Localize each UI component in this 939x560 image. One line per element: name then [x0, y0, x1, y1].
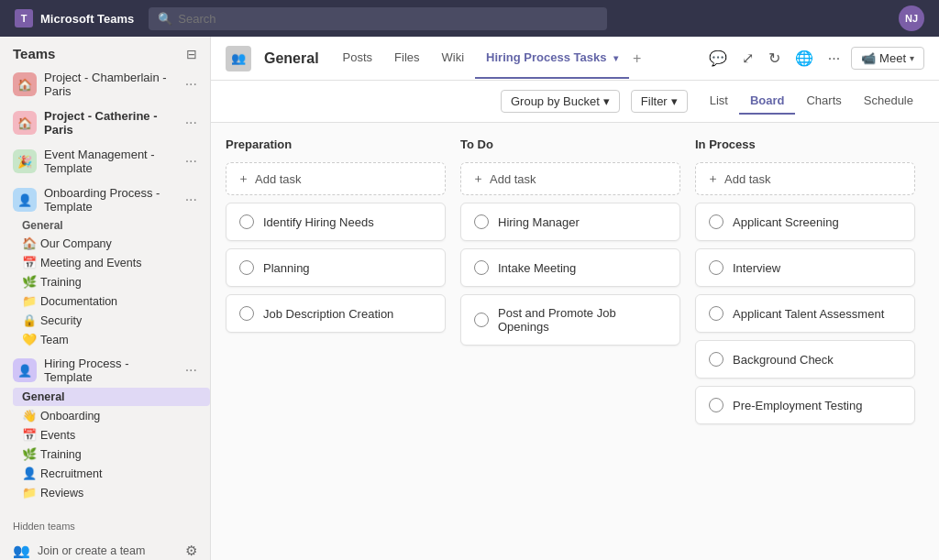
- chevron-down-icon: ▾: [603, 94, 610, 108]
- tab-board[interactable]: Board: [739, 88, 796, 115]
- task-label: Hiring Manager: [498, 215, 580, 229]
- search-bar[interactable]: 🔍: [149, 7, 607, 30]
- search-input[interactable]: [178, 12, 598, 26]
- task-checkbox[interactable]: [474, 260, 489, 275]
- more-icon[interactable]: ···: [185, 192, 197, 208]
- settings-icon[interactable]: ⚙: [185, 543, 197, 559]
- sidebar-item-general[interactable]: General: [13, 388, 210, 406]
- group-by-bucket-button[interactable]: Group by Bucket ▾: [501, 90, 620, 113]
- task-card[interactable]: Identify Hiring Needs: [226, 203, 446, 241]
- team-name: Hiring Process - Template: [44, 357, 178, 384]
- task-checkbox[interactable]: [239, 306, 254, 321]
- task-card[interactable]: Hiring Manager: [460, 203, 680, 241]
- task-card[interactable]: Interview: [695, 248, 915, 287]
- refresh-icon[interactable]: ↻: [765, 46, 784, 71]
- sidebar-item-training[interactable]: 🌿Training: [13, 272, 210, 291]
- task-checkbox[interactable]: [709, 306, 724, 321]
- sidebar-item-training[interactable]: 🌿Training: [13, 445, 210, 464]
- more-icon[interactable]: ···: [185, 153, 197, 170]
- team-name: Onboarding Process - Template: [44, 186, 178, 214]
- task-checkbox[interactable]: [474, 313, 489, 327]
- task-checkbox[interactable]: [709, 260, 724, 275]
- tab-list[interactable]: List: [699, 88, 739, 115]
- task-label: Background Check: [733, 353, 834, 367]
- add-team-icon: 👥: [13, 543, 30, 559]
- sidebar-team-chamberlain: 🏠 Project - Chamberlain - Paris ···: [0, 67, 210, 102]
- task-card[interactable]: Job Description Creation: [226, 294, 446, 333]
- column-preparation: Preparation ＋ Add task Identify Hiring N…: [226, 137, 446, 545]
- teams-logo: T: [15, 9, 33, 27]
- add-task-button[interactable]: ＋ Add task: [460, 162, 680, 195]
- more-icon[interactable]: ···: [185, 76, 197, 93]
- emoji-icon: 📁: [22, 486, 37, 500]
- sidebar-item-meeting-events[interactable]: 📅Meeting and Events: [13, 253, 210, 272]
- join-create-label: Join or create a team: [38, 544, 178, 557]
- sidebar-item-reviews[interactable]: 📁Reviews: [13, 483, 210, 502]
- channel-group-label: General: [13, 217, 210, 234]
- task-checkbox[interactable]: [239, 214, 254, 229]
- filter-icon[interactable]: ⊟: [186, 47, 197, 61]
- sidebar-item-documentation[interactable]: 📁Documentation: [13, 291, 210, 311]
- tab-files[interactable]: Files: [383, 38, 430, 79]
- task-checkbox[interactable]: [709, 398, 724, 412]
- emoji-icon: 👤: [22, 467, 37, 480]
- task-checkbox[interactable]: [709, 214, 724, 229]
- emoji-icon: 🌿: [22, 275, 37, 289]
- title-bar: T Microsoft Teams 🔍 NJ: [0, 0, 939, 37]
- plus-icon: ＋: [238, 170, 249, 187]
- sidebar-item-security[interactable]: 🔒Security: [13, 311, 210, 330]
- team-name: Event Management - Template: [44, 148, 178, 175]
- task-card[interactable]: Background Check: [695, 340, 915, 379]
- sidebar-item-our-company[interactable]: 🏠Our Company: [13, 234, 210, 253]
- filter-button[interactable]: Filter ▾: [631, 90, 688, 113]
- task-checkbox[interactable]: [239, 260, 254, 275]
- sidebar-item-events[interactable]: 📅Events: [13, 425, 210, 445]
- task-card[interactable]: Pre-Employment Testing: [695, 386, 915, 424]
- board-area: Preparation ＋ Add task Identify Hiring N…: [211, 123, 939, 560]
- emoji-icon: 💛: [22, 333, 37, 346]
- add-task-button[interactable]: ＋ Add task: [695, 162, 915, 195]
- sidebar-team-event: 🎉 Event Management - Template ···: [0, 144, 210, 179]
- meet-button[interactable]: 📹 Meet ▾: [851, 47, 924, 70]
- tab-schedule[interactable]: Schedule: [853, 88, 924, 115]
- task-checkbox[interactable]: [474, 214, 489, 229]
- channel-avatar: 👥: [226, 46, 251, 71]
- task-card[interactable]: Planning: [226, 248, 446, 287]
- expand-icon[interactable]: ⤢: [738, 46, 757, 71]
- globe-icon[interactable]: 🌐: [791, 46, 817, 71]
- add-task-button[interactable]: ＋ Add task: [226, 162, 446, 195]
- task-label: Job Description Creation: [263, 307, 393, 321]
- more-icon[interactable]: ···: [185, 115, 197, 131]
- team-avatar: 👤: [13, 358, 37, 382]
- team-avatar: 🎉: [13, 149, 37, 173]
- chevron-down-icon: ▾: [671, 94, 678, 108]
- app-body: Teams ⊟ 🏠 Project - Chamberlain - Paris …: [0, 37, 939, 560]
- tab-charts[interactable]: Charts: [795, 88, 852, 115]
- more-icon[interactable]: ···: [185, 362, 197, 379]
- sidebar-item-onboarding[interactable]: 👋Onboarding: [13, 406, 210, 425]
- add-tab-icon[interactable]: +: [633, 50, 641, 67]
- chat-icon[interactable]: 💬: [705, 46, 731, 71]
- sidebar-item-recruitment[interactable]: 👤Recruitment: [13, 464, 210, 483]
- team-avatar: 👤: [13, 188, 37, 212]
- task-card[interactable]: Applicant Screening: [695, 203, 915, 241]
- more-options-icon[interactable]: ···: [824, 47, 844, 71]
- task-checkbox[interactable]: [709, 352, 724, 367]
- chevron-down-icon: ▾: [613, 53, 618, 63]
- tab-wiki[interactable]: Wiki: [431, 38, 476, 79]
- emoji-icon: 🔒: [22, 313, 37, 327]
- task-label: Interview: [733, 261, 780, 275]
- task-card[interactable]: Post and Promote Job Openings: [460, 294, 680, 346]
- team-name: Project - Chamberlain - Paris: [44, 71, 178, 98]
- team-avatar: 🏠: [13, 72, 37, 96]
- join-create-team[interactable]: 👥 Join or create a team ⚙: [0, 535, 210, 560]
- tab-posts[interactable]: Posts: [332, 38, 384, 79]
- task-card[interactable]: Intake Meeting: [460, 248, 680, 287]
- emoji-icon: 📅: [22, 428, 37, 442]
- sidebar-item-team[interactable]: 💛Team: [13, 330, 210, 349]
- task-card[interactable]: Applicant Talent Assessment: [695, 294, 915, 333]
- camera-icon: 📹: [861, 51, 876, 65]
- plus-icon: ＋: [472, 170, 484, 187]
- tab-hiring-process-tasks[interactable]: Hiring Process Tasks ▾: [475, 38, 629, 79]
- avatar[interactable]: NJ: [899, 5, 924, 31]
